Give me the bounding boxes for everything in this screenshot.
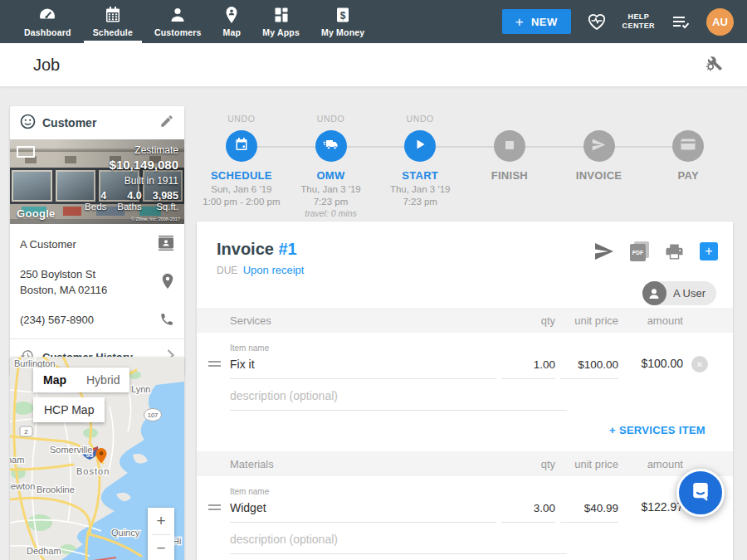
nav-item-my-apps[interactable]: My Apps [251,0,310,43]
assigned-user-pill[interactable]: A User [642,281,716,305]
material-line-item: Item name $122.97 ✕ [197,476,733,523]
phone-icon [159,312,174,330]
map-card: 2 107 93 Burlington Lynn Somerville ham … [10,357,184,560]
nav-item-map[interactable]: Map [212,0,252,43]
health-heart-icon[interactable] [586,12,608,32]
timeline-step-start: UNDO START Thu, Jan 3 '19 7:23 pm [375,114,465,218]
schedule-step-button[interactable] [226,130,257,162]
invoice-step-button[interactable] [583,130,615,162]
customer-card: Customer Zestimate $10,149,080 Built in … [10,106,184,375]
material-item-name-input[interactable] [230,501,496,523]
property-photo[interactable]: Zestimate $10,149,080 Built in 1911 4Bed… [10,139,184,224]
customer-name-row[interactable]: A Customer [20,229,174,261]
map-zoom-out-button[interactable]: − [148,535,174,560]
drag-handle-icon[interactable] [208,358,230,379]
stat-baths: 4.0Baths [117,190,141,212]
primary-nav: Dashboard Schedule Customers Map My Apps… [13,0,375,43]
dollar-icon: $ [334,6,352,24]
service-unit-price-input[interactable] [560,358,618,379]
step-label: OMW [316,169,344,182]
step-time: 7:23 pm [314,197,349,207]
section-name: Services [230,314,496,327]
edit-customer-icon[interactable] [159,114,174,132]
travel-time: travel: 0 mins [305,208,356,218]
map-zoom-in-button[interactable]: + [148,508,174,534]
user-silhouette-icon [642,281,666,305]
due-label: DUE [217,265,237,276]
help-center-link[interactable]: HELP CENTER [622,12,655,32]
pdf-icon[interactable]: PDF [630,241,649,261]
user-avatar[interactable]: AU [706,8,734,36]
card-step-icon-button[interactable] [672,130,704,162]
page-title: Job [33,56,60,75]
activity-feed-icon[interactable] [670,12,691,31]
plus-icon: + [515,15,524,29]
step-label: PAY [677,169,698,182]
undo-schedule-link[interactable]: UNDO [227,114,255,124]
hcp-map-button[interactable]: HCP Map [33,397,105,422]
print-icon[interactable] [665,243,684,261]
due-terms-link[interactable]: Upon receipt [243,264,305,276]
assigned-user-name: A User [673,287,706,299]
invoice-due-row: DUE Upon receipt [217,264,716,276]
invoice-card: Invoice #1 DUE Upon receipt PDF + A User… [197,222,733,560]
send-invoice-icon[interactable] [594,243,614,260]
chat-messenger-button[interactable] [676,469,725,517]
stop-step-icon [505,139,515,153]
undo-start-link[interactable]: UNDO [407,114,434,124]
map-label-somerville: Somerville [50,445,92,455]
invoice-actions: PDF + [594,241,718,261]
map-type-map-button[interactable]: Map [33,368,76,392]
svg-text:$: $ [340,10,346,22]
drag-handle-icon[interactable] [208,502,230,523]
step-label: SCHEDULE [211,169,272,182]
nav-label: Customers [154,27,202,37]
finish-step-button[interactable] [494,130,525,162]
streetview-toggle-icon[interactable] [17,146,35,158]
invoice-header: Invoice #1 DUE Upon receipt PDF + A User [197,222,733,308]
add-services-item-link[interactable]: + SERVICES ITEM [609,424,706,436]
qty-column-header: qty [501,314,555,327]
chat-bubble-icon [689,480,712,506]
undo-omw-link[interactable]: UNDO [317,114,344,124]
service-item-name-input[interactable] [230,358,496,379]
svg-text:2: 2 [24,428,28,436]
nav-item-dashboard[interactable]: Dashboard [13,0,82,43]
step-date: Sun, Jan 6 '19 [211,184,271,194]
person-icon [168,6,187,24]
customer-phone-row[interactable]: (234) 567-8900 [20,305,174,337]
map-type-control: Map Hybrid [33,368,129,392]
start-step-button[interactable] [404,130,436,162]
delete-service-item-button[interactable]: ✕ [691,356,708,373]
job-settings-icon[interactable] [704,53,724,76]
address-line1: 250 Boylston St [20,268,95,280]
material-unit-price-input[interactable] [560,502,618,523]
top-navbar: Dashboard Schedule Customers Map My Apps… [0,0,747,43]
service-qty-input[interactable] [501,358,555,379]
omw-step-button[interactable] [315,130,347,162]
material-description-input[interactable] [230,533,567,554]
location-pin-icon [161,273,174,293]
new-button-label: NEW [531,16,558,28]
map-type-hybrid-button[interactable]: Hybrid [76,368,129,392]
nav-item-my-money[interactable]: $ My Money [310,0,375,43]
zestimate-overlay: Zestimate $10,149,080 Built in 1911 4Bed… [85,144,178,212]
stat-beds: 4Beds [85,190,106,212]
add-invoice-icon[interactable]: + [700,242,718,261]
material-qty-input[interactable] [501,502,555,523]
google-watermark: Google [17,207,56,220]
material-description-row [197,523,733,554]
invoice-number[interactable]: #1 [278,240,296,258]
calendar-icon [104,6,122,24]
service-description-input[interactable] [230,389,567,411]
service-line-item: Item name $100.00 ✕ [197,333,733,379]
step-date: Thu, Jan 3 '19 [300,184,361,194]
step-label: FINISH [491,169,528,182]
contact-card-icon [158,236,174,254]
nav-item-customers[interactable]: Customers [144,0,212,43]
nav-item-schedule[interactable]: Schedule [82,0,144,43]
services-section-header: Services qty unit price amount [197,308,733,333]
stat-sqft: 3,985Sq.ft. [153,190,178,212]
customer-address-row[interactable]: 250 Boylston St Boston, MA 02116 [20,261,174,305]
new-button[interactable]: + NEW [502,9,571,34]
